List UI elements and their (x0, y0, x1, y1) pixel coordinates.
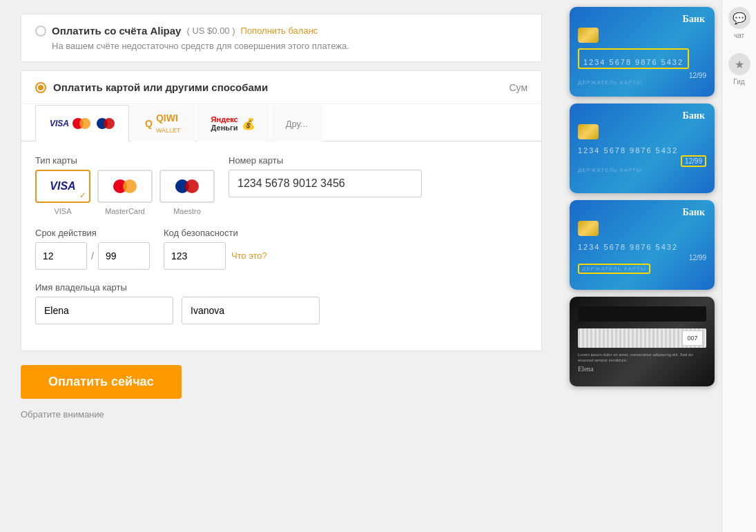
name-label: Имя владельца карты (35, 282, 320, 293)
expiry-group: Срок действия / (35, 228, 150, 270)
card2-expiry: 12/99 (685, 157, 702, 165)
cvv-label: Код безопасности (164, 228, 267, 238)
card3-bank: Банк (683, 207, 705, 218)
sidebar-icons-panel: 💬 чат ★ Гид (721, 0, 756, 532)
card2-bank: Банк (683, 110, 705, 121)
card-type-mastercard-btn[interactable] (97, 170, 153, 203)
payment-tabs: VISA Q QIWIWALLET ЯндексДеньги (21, 104, 541, 141)
mastercard-type-icon (113, 179, 137, 193)
card-payment-title: Оплатить картой или другими способами (53, 81, 268, 93)
last-name-input[interactable] (182, 297, 320, 324)
chat-sidebar-item[interactable]: 💬 чат (728, 7, 750, 39)
form-row-type-number: Тип карты VISA ✓ VISA (35, 155, 527, 215)
qiwi-tab-icon: Q (145, 118, 153, 129)
card-type-visa-btn[interactable]: VISA ✓ (35, 170, 90, 203)
card1-chip (578, 28, 599, 43)
card-payment-radio[interactable] (35, 82, 46, 93)
card4-signature: Elena (578, 365, 706, 373)
expiry-month-input[interactable] (35, 242, 87, 270)
card3-holder-label: ДЕРЖАТЕЛЬ КАРТЫ (582, 266, 646, 272)
card3-number: 1234 5678 9876 5432 (578, 243, 706, 251)
visa-tab-icon: VISA (50, 119, 69, 128)
yandex-icon: 💰 (242, 117, 255, 130)
card-type-buttons: VISA ✓ VISA (35, 170, 215, 215)
tab-yandex[interactable]: ЯндексДеньги 💰 (197, 105, 270, 141)
qiwi-tab-label: QIWIWALLET (156, 112, 181, 135)
card3-chip (578, 221, 599, 236)
card1-number: 1234 5678 9876 5432 (583, 58, 684, 66)
first-name-input[interactable] (35, 297, 173, 324)
other-tab-label: Дру... (286, 119, 308, 129)
sum-label: Сум (509, 82, 527, 93)
chat-label: чат (734, 32, 744, 39)
card-display-2: Банк 1234 5678 9876 5432 12/99 ДЕРЖАТЕЛЬ… (570, 104, 715, 193)
cvv-input[interactable] (164, 242, 226, 270)
card-display-1: Банк 1234 5678 9876 5432 12/99 ДЕРЖАТЕЛЬ… (570, 7, 715, 97)
form-row-expiry-cvv: Срок действия / Код безопасности Что это… (35, 228, 527, 270)
guide-label: Гид (733, 78, 744, 86)
card4-magstripe (578, 306, 706, 322)
alipay-warning: На вашем счёте недостаточно средств для … (52, 41, 527, 51)
yandex-tab-label: ЯндексДеньги (211, 115, 238, 132)
card-number-input[interactable] (229, 170, 422, 197)
note-label: Обратите внимание (21, 409, 542, 420)
tab-qiwi[interactable]: Q QIWIWALLET (130, 105, 195, 141)
card2-number: 1234 5678 9876 5432 (578, 146, 706, 155)
expiry-separator: / (90, 242, 95, 270)
cvv-group: Код безопасности Что это? (164, 228, 267, 270)
card-type-group: Тип карты VISA ✓ VISA (35, 155, 215, 215)
tab-other[interactable]: Дру... (271, 105, 322, 141)
card-payment-section: Оплатить картой или другими способами Су… (21, 70, 542, 351)
alipay-title: Оплатить со счёта Alipay (52, 25, 181, 37)
pay-now-button[interactable]: Оплатить сейчас (21, 365, 182, 399)
expiry-year-input[interactable] (98, 242, 150, 270)
card-display-3: Банк 1234 5678 9876 5432 12/99 ДЕРЖАТЕЛЬ… (570, 200, 715, 290)
card4-sigstrip: 007 (578, 328, 706, 348)
guide-sidebar-item[interactable]: ★ Гид (728, 53, 750, 86)
tab-visa-mc[interactable]: VISA (35, 105, 129, 141)
cards-display-panel: Банк 1234 5678 9876 5432 12/99 ДЕРЖАТЕЛЬ… (563, 0, 721, 532)
chat-icon: 💬 (728, 7, 750, 29)
card-section-header: Оплатить картой или другими способами Су… (21, 71, 541, 104)
name-group: Имя владельца карты (35, 282, 320, 324)
guide-icon: ★ (728, 53, 750, 75)
card1-bank: Банк (683, 14, 705, 25)
card1-holder-label: ДЕРЖАТЕЛЬ КАРТЫ (578, 79, 706, 86)
expiry-inputs: / (35, 242, 150, 270)
visa-type-icon: VISA (50, 180, 75, 193)
card2-chip (578, 124, 599, 139)
form-row-name: Имя владельца карты (35, 282, 527, 324)
alipay-radio[interactable] (35, 26, 46, 37)
card-type-label: Тип карты (35, 155, 215, 166)
card-number-group: Номер карты (229, 155, 422, 197)
card-form: Тип карты VISA ✓ VISA (21, 141, 541, 351)
card2-holder-label: ДЕРЖАТЕЛЬ КАРТЫ (578, 167, 706, 173)
card4-small-text: Lorem ipsum dolor sit amet, consectetur … (578, 352, 706, 364)
card-type-maestro-btn[interactable] (159, 170, 215, 203)
card-display-4: 007 Lorem ipsum dolor sit amet, consecte… (570, 297, 715, 386)
alipay-section: Оплатить со счёта Alipay ( US $0.00 ) По… (21, 14, 542, 62)
card3-expiry: 12/99 (578, 254, 706, 262)
expiry-label: Срок действия (35, 228, 150, 238)
visa-selected-checkmark: ✓ (79, 190, 86, 200)
maestro-type-icon (175, 179, 199, 193)
what-is-cvv-link[interactable]: Что это? (231, 242, 267, 270)
maestro-tab-icon (97, 118, 115, 129)
card1-expiry: 12/99 (578, 72, 706, 79)
maestro-type-label: Maestro (173, 207, 201, 215)
visa-type-label: VISA (54, 207, 71, 215)
card4-cvv-box: 007 (682, 331, 703, 346)
card-number-label: Номер карты (229, 155, 422, 166)
mastercard-tab-icon (72, 118, 90, 129)
alipay-balance: ( US $0.00 ) (186, 26, 235, 36)
mastercard-type-label: MasterCard (105, 207, 144, 215)
alipay-topup-link[interactable]: Пополнить баланс (241, 26, 318, 36)
